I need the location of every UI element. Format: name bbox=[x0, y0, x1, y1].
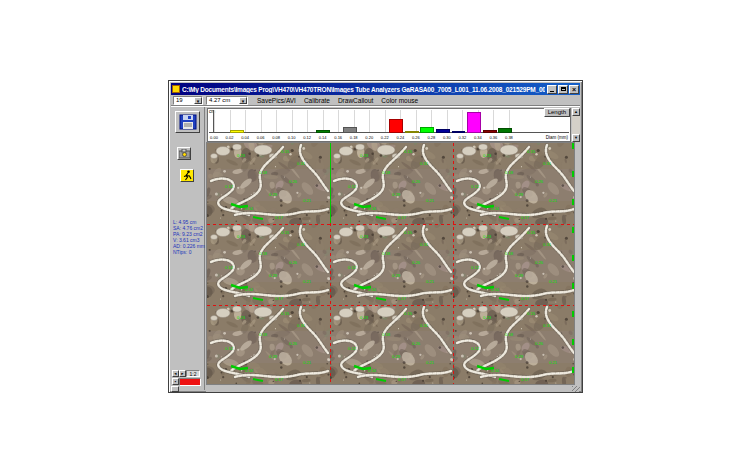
progress-bar bbox=[179, 378, 201, 386]
histogram-gridline bbox=[338, 110, 339, 132]
camera-icon bbox=[179, 149, 190, 159]
sidebar-bottom-controls: ◂▸1:2 ▪ bbox=[172, 370, 205, 386]
image-tile[interactable] bbox=[207, 224, 330, 305]
bottom-strip bbox=[206, 386, 580, 392]
window-title: C:\My Documents\Images Prog\VH470\VH470T… bbox=[182, 86, 545, 93]
frame-combo-value: 19 bbox=[176, 97, 183, 103]
histogram-x-tick-label: 0.06 bbox=[257, 135, 265, 140]
column-boundary-line-green bbox=[330, 143, 331, 223]
image-tile[interactable] bbox=[207, 305, 330, 385]
row-boundary-line bbox=[207, 305, 574, 306]
histogram-bar bbox=[420, 127, 434, 133]
window-controls: × bbox=[547, 85, 579, 94]
histogram-x-tick-label: 0.26 bbox=[412, 135, 420, 140]
histogram-x-tick-label: 0.16 bbox=[334, 135, 342, 140]
zoom-ratio-display: 1:2 bbox=[186, 370, 200, 377]
histogram-bar bbox=[498, 128, 512, 133]
menu-item-savepics-avi[interactable]: SavePics/AVI bbox=[257, 97, 296, 104]
marker-button[interactable]: ▪ bbox=[172, 378, 179, 385]
scroll-up-icon[interactable]: ▲ bbox=[572, 108, 580, 116]
histogram-x-tick-label: 0.24 bbox=[396, 135, 404, 140]
maximize-button[interactable] bbox=[558, 85, 568, 94]
menu-item-drawcallout[interactable]: DrawCallout bbox=[338, 97, 373, 104]
histogram-x-tick-label: 0.10 bbox=[288, 135, 296, 140]
histogram-gridline bbox=[493, 110, 494, 132]
scale-combo[interactable]: 4.27 cm ▾ bbox=[206, 96, 248, 105]
histogram-x-tick-label: 0.12 bbox=[303, 135, 311, 140]
image-tile[interactable] bbox=[453, 305, 575, 385]
app-window: C:\My Documents\Images Prog\VH470\VH470T… bbox=[168, 80, 583, 393]
column-boundary-line bbox=[453, 143, 454, 384]
run-analysis-button[interactable] bbox=[180, 169, 194, 182]
menu-bar: SavePics/AVICalibrateDrawCalloutColor mo… bbox=[257, 97, 418, 104]
length-button[interactable]: Length bbox=[544, 108, 570, 117]
histogram-x-tick-label: 0.36 bbox=[490, 135, 498, 140]
toolbar: 19 ▾ 4.27 cm ▾ SavePics/AVICalibrateDraw… bbox=[171, 95, 580, 106]
measurement-row: NTips: 0 bbox=[173, 249, 205, 255]
image-tile[interactable] bbox=[330, 305, 453, 385]
histogram-x-tick-label: 0.14 bbox=[319, 135, 327, 140]
histogram-gridline bbox=[261, 110, 262, 132]
histogram-x-tick-label: 0.32 bbox=[458, 135, 466, 140]
histogram-gridline bbox=[230, 110, 231, 132]
snapshot-button[interactable] bbox=[177, 147, 191, 160]
histogram-x-tick-label: 0.08 bbox=[272, 135, 280, 140]
histogram-x-tick-label: 0.04 bbox=[241, 135, 249, 140]
histogram-bar bbox=[343, 127, 357, 133]
histogram-gridline bbox=[214, 110, 215, 132]
histogram-gridline bbox=[462, 110, 463, 132]
image-tile[interactable] bbox=[453, 143, 575, 224]
sidebar: L: 4.95 cmSA: 4.76 cm2PA: 9.23 cm2V: 3.6… bbox=[171, 107, 205, 390]
floppy-disk-icon bbox=[179, 114, 197, 130]
bottom-left-button[interactable] bbox=[171, 386, 179, 392]
maximize-icon bbox=[561, 87, 566, 91]
minimize-button[interactable] bbox=[547, 85, 557, 94]
histogram-gridline bbox=[385, 110, 386, 132]
save-button[interactable] bbox=[175, 111, 200, 133]
histogram-x-axis-unit: Diam (mm) bbox=[546, 135, 568, 140]
chevron-down-icon[interactable]: ▾ bbox=[239, 97, 247, 104]
histogram-gridline bbox=[245, 110, 246, 132]
progress-fill bbox=[180, 379, 200, 385]
histogram-bar bbox=[230, 130, 244, 133]
histogram-gridline bbox=[307, 110, 308, 132]
histogram-plot: cm 0.000.020.040.060.080.100.120.140.160… bbox=[207, 108, 571, 142]
prev-frame-button[interactable]: ◂ bbox=[172, 370, 179, 377]
diameter-histogram-panel: cm 0.000.020.040.060.080.100.120.140.160… bbox=[206, 107, 580, 142]
histogram-gridline bbox=[292, 110, 293, 132]
histogram-gridline bbox=[323, 110, 324, 132]
menu-item-calibrate[interactable]: Calibrate bbox=[304, 97, 330, 104]
histogram-gridline bbox=[369, 110, 370, 132]
histogram-bar bbox=[467, 112, 481, 133]
resize-grip-icon[interactable] bbox=[572, 386, 580, 392]
histogram-bar bbox=[452, 131, 466, 133]
title-bar[interactable]: C:\My Documents\Images Prog\VH470\VH470T… bbox=[171, 83, 580, 95]
histogram-scrollbar[interactable]: ▲ ▼ bbox=[572, 108, 580, 142]
close-icon: × bbox=[572, 86, 576, 93]
frame-combo[interactable]: 19 ▾ bbox=[173, 96, 203, 105]
image-tile-grid bbox=[207, 143, 575, 385]
next-frame-button[interactable]: ▸ bbox=[179, 370, 186, 377]
image-tile[interactable] bbox=[453, 224, 575, 305]
column-boundary-line bbox=[330, 223, 331, 384]
app-icon bbox=[172, 85, 180, 93]
measurement-readout: L: 4.95 cmSA: 4.76 cm2PA: 9.23 cm2V: 3.6… bbox=[173, 219, 205, 255]
histogram-bar bbox=[436, 129, 450, 133]
histogram-bar bbox=[389, 119, 403, 133]
histogram-x-tick-label: 0.18 bbox=[350, 135, 358, 140]
menu-item-color-mouse[interactable]: Color mouse bbox=[381, 97, 418, 104]
histogram-x-tick-label: 0.30 bbox=[443, 135, 451, 140]
close-button[interactable]: × bbox=[569, 85, 579, 94]
image-viewport[interactable]: 0.230.150.310.180.260.120.290.210.340.17 bbox=[206, 142, 575, 385]
scale-combo-value: 4.27 cm bbox=[209, 97, 230, 103]
image-tile[interactable] bbox=[330, 224, 453, 305]
scroll-down-icon[interactable]: ▼ bbox=[572, 134, 580, 142]
image-tile[interactable] bbox=[207, 143, 330, 224]
histogram-x-tick-label: 0.22 bbox=[381, 135, 389, 140]
histogram-x-tick-label: 0.00 bbox=[210, 135, 218, 140]
histogram-x-tick-label: 0.02 bbox=[226, 135, 234, 140]
right-edge-tick-marks bbox=[572, 143, 574, 384]
chevron-down-icon[interactable]: ▾ bbox=[194, 97, 202, 104]
image-tile[interactable] bbox=[330, 143, 453, 224]
histogram-bar bbox=[483, 130, 497, 133]
